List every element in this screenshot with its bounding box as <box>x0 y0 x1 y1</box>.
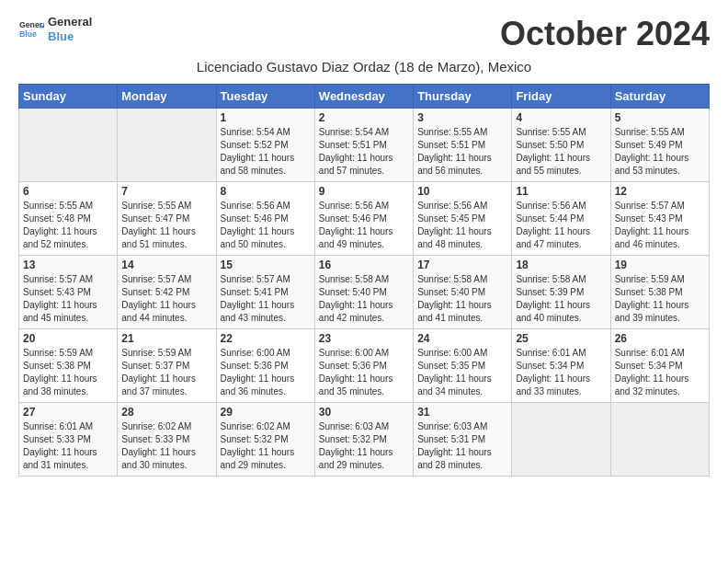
day-number: 20 <box>23 332 113 345</box>
day-number: 5 <box>615 111 705 124</box>
day-cell-6: 6Sunrise: 5:55 AMSunset: 5:48 PMDaylight… <box>19 182 118 256</box>
empty-cell <box>610 403 709 477</box>
day-number: 14 <box>121 259 211 271</box>
day-cell-2: 2Sunrise: 5:54 AMSunset: 5:51 PMDaylight… <box>314 109 413 182</box>
calendar-row: 6Sunrise: 5:55 AMSunset: 5:48 PMDaylight… <box>19 182 710 256</box>
empty-cell <box>512 403 610 477</box>
day-number: 25 <box>516 332 606 345</box>
day-info: Sunrise: 5:56 AMSunset: 5:46 PMDaylight:… <box>319 200 409 251</box>
calendar-row: 20Sunrise: 5:59 AMSunset: 5:38 PMDayligh… <box>19 329 710 403</box>
day-info: Sunrise: 6:01 AMSunset: 5:34 PMDaylight:… <box>615 347 705 398</box>
day-info: Sunrise: 6:01 AMSunset: 5:34 PMDaylight:… <box>516 347 606 398</box>
logo: General Blue General Blue <box>18 15 92 43</box>
day-info: Sunrise: 6:00 AMSunset: 5:35 PMDaylight:… <box>417 347 507 398</box>
day-info: Sunrise: 5:56 AMSunset: 5:45 PMDaylight:… <box>417 200 507 251</box>
day-cell-27: 27Sunrise: 6:01 AMSunset: 5:33 PMDayligh… <box>19 403 118 477</box>
day-info: Sunrise: 5:56 AMSunset: 5:46 PMDaylight:… <box>221 200 311 251</box>
day-info: Sunrise: 5:55 AMSunset: 5:48 PMDaylight:… <box>23 200 113 251</box>
day-info: Sunrise: 6:00 AMSunset: 5:36 PMDaylight:… <box>221 347 311 398</box>
day-cell-5: 5Sunrise: 5:55 AMSunset: 5:49 PMDaylight… <box>610 109 709 182</box>
day-cell-26: 26Sunrise: 6:01 AMSunset: 5:34 PMDayligh… <box>610 329 709 403</box>
svg-text:Blue: Blue <box>19 29 37 38</box>
day-cell-23: 23Sunrise: 6:00 AMSunset: 5:36 PMDayligh… <box>314 329 413 403</box>
day-cell-11: 11Sunrise: 5:56 AMSunset: 5:44 PMDayligh… <box>512 182 610 256</box>
day-info: Sunrise: 6:02 AMSunset: 5:32 PMDaylight:… <box>221 420 311 472</box>
day-info: Sunrise: 5:57 AMSunset: 5:41 PMDaylight:… <box>221 273 311 325</box>
weekday-header-sunday: Sunday <box>19 85 118 109</box>
day-cell-16: 16Sunrise: 5:58 AMSunset: 5:40 PMDayligh… <box>314 256 413 329</box>
logo-icon: General Blue <box>18 17 44 42</box>
day-number: 11 <box>516 185 606 198</box>
day-number: 15 <box>221 259 311 271</box>
weekday-header-monday: Monday <box>118 85 216 109</box>
day-info: Sunrise: 6:02 AMSunset: 5:33 PMDaylight:… <box>121 420 211 472</box>
day-info: Sunrise: 5:58 AMSunset: 5:40 PMDaylight:… <box>417 273 507 325</box>
day-number: 1 <box>221 111 311 124</box>
day-cell-1: 1Sunrise: 5:54 AMSunset: 5:52 PMDaylight… <box>216 109 314 182</box>
day-cell-13: 13Sunrise: 5:57 AMSunset: 5:43 PMDayligh… <box>19 256 118 329</box>
month-title: October 2024 <box>500 15 710 53</box>
calendar-row: 27Sunrise: 6:01 AMSunset: 5:33 PMDayligh… <box>19 403 710 477</box>
day-cell-25: 25Sunrise: 6:01 AMSunset: 5:34 PMDayligh… <box>512 329 610 403</box>
weekday-header-row: SundayMondayTuesdayWednesdayThursdayFrid… <box>19 85 710 109</box>
day-cell-7: 7Sunrise: 5:55 AMSunset: 5:47 PMDaylight… <box>118 182 216 256</box>
day-number: 10 <box>417 185 507 198</box>
day-info: Sunrise: 5:58 AMSunset: 5:39 PMDaylight:… <box>516 273 606 325</box>
weekday-header-thursday: Thursday <box>414 85 512 109</box>
day-info: Sunrise: 6:03 AMSunset: 5:32 PMDaylight:… <box>319 420 409 472</box>
calendar-table: SundayMondayTuesdayWednesdayThursdayFrid… <box>18 84 710 477</box>
empty-cell <box>19 109 118 182</box>
day-number: 4 <box>516 111 606 124</box>
day-number: 30 <box>319 406 409 419</box>
day-number: 3 <box>417 111 507 124</box>
day-number: 8 <box>221 185 311 198</box>
day-number: 12 <box>615 185 705 198</box>
subtitle: Licenciado Gustavo Diaz Ordaz (18 de Mar… <box>18 59 710 75</box>
calendar-row: 1Sunrise: 5:54 AMSunset: 5:52 PMDaylight… <box>19 109 710 182</box>
day-number: 22 <box>221 332 311 345</box>
header: General Blue General Blue October 2024 <box>18 15 710 53</box>
day-info: Sunrise: 5:57 AMSunset: 5:43 PMDaylight:… <box>615 200 705 251</box>
day-cell-24: 24Sunrise: 6:00 AMSunset: 5:35 PMDayligh… <box>414 329 512 403</box>
day-info: Sunrise: 5:58 AMSunset: 5:40 PMDaylight:… <box>319 273 409 325</box>
day-info: Sunrise: 5:54 AMSunset: 5:51 PMDaylight:… <box>319 126 409 178</box>
day-cell-20: 20Sunrise: 5:59 AMSunset: 5:38 PMDayligh… <box>19 329 118 403</box>
day-info: Sunrise: 5:55 AMSunset: 5:49 PMDaylight:… <box>615 126 705 178</box>
weekday-header-tuesday: Tuesday <box>216 85 314 109</box>
day-number: 7 <box>121 185 211 198</box>
day-info: Sunrise: 5:57 AMSunset: 5:42 PMDaylight:… <box>121 273 211 325</box>
day-cell-30: 30Sunrise: 6:03 AMSunset: 5:32 PMDayligh… <box>314 403 413 477</box>
day-cell-19: 19Sunrise: 5:59 AMSunset: 5:38 PMDayligh… <box>610 256 709 329</box>
calendar-row: 13Sunrise: 5:57 AMSunset: 5:43 PMDayligh… <box>19 256 710 329</box>
day-cell-14: 14Sunrise: 5:57 AMSunset: 5:42 PMDayligh… <box>118 256 216 329</box>
day-number: 23 <box>319 332 409 345</box>
day-cell-28: 28Sunrise: 6:02 AMSunset: 5:33 PMDayligh… <box>118 403 216 477</box>
day-cell-3: 3Sunrise: 5:55 AMSunset: 5:51 PMDaylight… <box>414 109 512 182</box>
calendar-page: General Blue General Blue October 2024 L… <box>0 0 728 495</box>
day-info: Sunrise: 5:55 AMSunset: 5:50 PMDaylight:… <box>516 126 606 178</box>
logo-blue: Blue <box>48 29 92 44</box>
day-number: 27 <box>23 406 113 419</box>
day-cell-10: 10Sunrise: 5:56 AMSunset: 5:45 PMDayligh… <box>414 182 512 256</box>
day-number: 19 <box>615 259 705 271</box>
day-cell-31: 31Sunrise: 6:03 AMSunset: 5:31 PMDayligh… <box>414 403 512 477</box>
day-info: Sunrise: 5:55 AMSunset: 5:47 PMDaylight:… <box>121 200 211 251</box>
day-info: Sunrise: 5:59 AMSunset: 5:38 PMDaylight:… <box>23 347 113 398</box>
day-cell-4: 4Sunrise: 5:55 AMSunset: 5:50 PMDaylight… <box>512 109 610 182</box>
weekday-header-saturday: Saturday <box>610 85 709 109</box>
day-info: Sunrise: 5:55 AMSunset: 5:51 PMDaylight:… <box>417 126 507 178</box>
logo-general: General <box>48 15 92 29</box>
day-cell-29: 29Sunrise: 6:02 AMSunset: 5:32 PMDayligh… <box>216 403 314 477</box>
day-number: 31 <box>417 406 507 419</box>
day-number: 26 <box>615 332 705 345</box>
day-number: 9 <box>319 185 409 198</box>
day-number: 28 <box>121 406 211 419</box>
day-cell-17: 17Sunrise: 5:58 AMSunset: 5:40 PMDayligh… <box>414 256 512 329</box>
day-cell-12: 12Sunrise: 5:57 AMSunset: 5:43 PMDayligh… <box>610 182 709 256</box>
day-info: Sunrise: 5:54 AMSunset: 5:52 PMDaylight:… <box>221 126 311 178</box>
weekday-header-wednesday: Wednesday <box>314 85 413 109</box>
day-number: 21 <box>121 332 211 345</box>
day-number: 17 <box>417 259 507 271</box>
day-number: 13 <box>23 259 113 271</box>
day-cell-8: 8Sunrise: 5:56 AMSunset: 5:46 PMDaylight… <box>216 182 314 256</box>
